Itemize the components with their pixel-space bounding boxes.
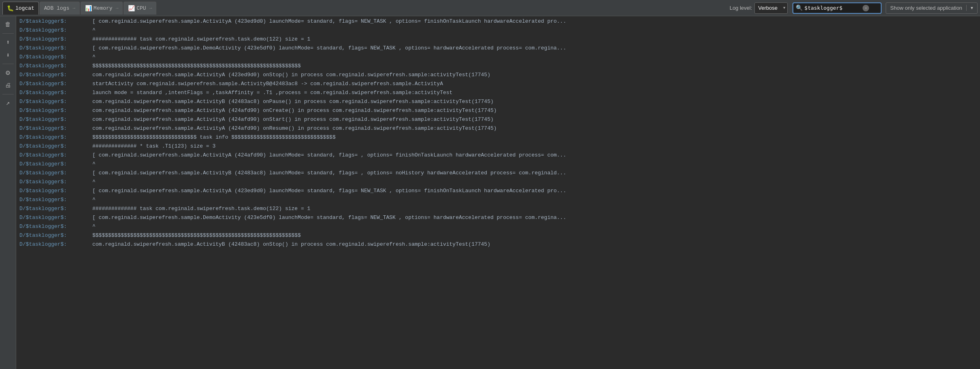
tab-adb-logs-label: ADB logs xyxy=(44,5,69,11)
tab-adb-logs[interactable]: ADB logs → xyxy=(40,2,80,15)
search-input[interactable] xyxy=(804,5,861,11)
log-line: D/$tasklogger$: [ com.reginald.swiperefr… xyxy=(16,151,980,160)
log-line: D/$tasklogger$: ^ xyxy=(16,195,980,204)
log-line: D/$tasklogger$: $$$$$$$$$$$$$$$$$$$$$$$$… xyxy=(16,231,980,240)
log-msg: $$$$$$$$$$$$$$$$$$$$$$$$$$$$$$$$$$$$$$$$… xyxy=(92,231,301,240)
cpu-icon: 📈 xyxy=(128,5,135,12)
log-tag: D/$tasklogger$: xyxy=(19,115,92,124)
log-msg: ############## * task .T1(123) size = 3 xyxy=(92,142,215,151)
log-tag: D/$tasklogger$: xyxy=(19,124,92,133)
log-line: D/$tasklogger$: [ com.reginald.swiperefr… xyxy=(16,213,980,222)
log-line: D/$tasklogger$: launch mode = standard ,… xyxy=(16,88,980,97)
show-only-dropdown-arrow[interactable]: ▼ xyxy=(967,6,977,10)
clear-search-icon[interactable]: ✕ xyxy=(863,5,869,11)
show-only-label: Show only selected application xyxy=(886,5,967,11)
tab-cpu-arrow: → xyxy=(149,6,152,11)
log-level-area: Log level: Verbose Debug Info Warn Error… xyxy=(730,2,788,14)
log-line: D/$tasklogger$: $$$$$$$$$$$$$$$$$$$$$$$$… xyxy=(16,133,980,142)
log-msg: com.reginald.swiperefresh.sample.Activit… xyxy=(92,124,497,133)
log-msg: ^ xyxy=(92,53,96,62)
log-tag: D/$tasklogger$: xyxy=(19,88,92,97)
memory-icon: 📊 xyxy=(85,5,92,12)
log-tag: D/$tasklogger$: xyxy=(19,160,92,169)
log-msg: launch mode = standard ,intentFlags = ,t… xyxy=(92,88,452,97)
sidebar-export-button[interactable]: ↗ xyxy=(2,97,15,109)
search-box: 🔍 ✕ xyxy=(793,2,882,14)
log-line: D/$tasklogger$: com.reginald.swiperefres… xyxy=(16,124,980,133)
tab-logcat[interactable]: 🐛 logcat xyxy=(2,2,39,15)
log-level-select-wrapper: Verbose Debug Info Warn Error Assert xyxy=(754,2,788,14)
log-content[interactable]: D/$tasklogger$: [ com.reginald.swiperefr… xyxy=(16,16,980,369)
log-msg: $$$$$$$$$$$$$$$$$$$$$$$$$$$$$$$$$$$$$$$$… xyxy=(92,62,301,71)
log-level-label: Log level: xyxy=(730,5,752,11)
log-line: D/$tasklogger$: startActivity com.regina… xyxy=(16,79,980,88)
log-tag: D/$tasklogger$: xyxy=(19,231,92,240)
log-line: D/$tasklogger$: $$$$$$$$$$$$$$$$$$$$$$$$… xyxy=(16,62,980,71)
log-tag: D/$tasklogger$: xyxy=(19,133,92,142)
log-tag: D/$tasklogger$: xyxy=(19,44,92,53)
log-tag: D/$tasklogger$: xyxy=(19,106,92,115)
log-line: D/$tasklogger$: com.reginald.swiperefres… xyxy=(16,71,980,79)
log-tag: D/$tasklogger$: xyxy=(19,213,92,222)
log-line: D/$tasklogger$: com.reginald.swiperefres… xyxy=(16,106,980,115)
log-line: D/$tasklogger$: ^ xyxy=(16,160,980,169)
log-tag: D/$tasklogger$: xyxy=(19,17,92,26)
log-line: D/$tasklogger$: [ com.reginald.swiperefr… xyxy=(16,44,980,53)
log-line: D/$tasklogger$: [ com.reginald.swiperefr… xyxy=(16,187,980,195)
log-tag: D/$tasklogger$: xyxy=(19,151,92,160)
log-msg: [ com.reginald.swiperefresh.sample.Activ… xyxy=(92,187,566,195)
tab-memory-label: Memory xyxy=(94,5,113,11)
log-line: D/$tasklogger$: com.reginald.swiperefres… xyxy=(16,115,980,124)
log-tag: D/$tasklogger$: xyxy=(19,53,92,62)
log-msg: ^ xyxy=(92,26,96,35)
log-msg: ^ xyxy=(92,222,96,231)
log-tag: D/$tasklogger$: xyxy=(19,71,92,79)
sidebar-clear-button[interactable]: 🗑 xyxy=(2,19,15,31)
tab-cpu[interactable]: 📈 CPU → xyxy=(124,2,156,15)
logcat-icon: 🐛 xyxy=(7,5,14,12)
search-icon: 🔍 xyxy=(796,4,803,11)
log-msg: ############## task com.reginald.swipere… xyxy=(92,35,310,44)
log-tag: D/$tasklogger$: xyxy=(19,195,92,204)
tab-cpu-label: CPU xyxy=(136,5,146,11)
log-tag: D/$tasklogger$: xyxy=(19,142,92,151)
log-line: D/$tasklogger$: [ com.reginald.swiperefr… xyxy=(16,17,980,26)
log-msg: startActivity com.reginald.swiperefresh.… xyxy=(92,79,443,88)
log-tag: D/$tasklogger$: xyxy=(19,97,92,106)
log-msg: [ com.reginald.swiperefresh.sample.DemoA… xyxy=(92,44,566,53)
log-msg: com.reginald.swiperefresh.sample.Activit… xyxy=(92,71,490,79)
tab-memory-arrow: → xyxy=(116,6,119,11)
log-msg: ############## task com.reginald.swipere… xyxy=(92,204,310,213)
log-tag: D/$tasklogger$: xyxy=(19,187,92,195)
log-line: D/$tasklogger$: ^ xyxy=(16,26,980,35)
log-line: D/$tasklogger$: [ com.reginald.swiperefr… xyxy=(16,169,980,178)
sidebar-format-button[interactable]: ⚙ xyxy=(2,67,15,79)
log-msg: ^ xyxy=(92,195,96,204)
log-tag: D/$tasklogger$: xyxy=(19,79,92,88)
log-msg: [ com.reginald.swiperefresh.sample.Activ… xyxy=(92,17,566,26)
sidebar-divider-2 xyxy=(2,64,14,64)
log-tag: D/$tasklogger$: xyxy=(19,222,92,231)
log-line: D/$tasklogger$: ^ xyxy=(16,178,980,187)
tab-memory[interactable]: 📊 Memory → xyxy=(81,2,123,15)
log-line: D/$tasklogger$: ############## task com.… xyxy=(16,35,980,44)
log-tag: D/$tasklogger$: xyxy=(19,204,92,213)
sidebar-scroll-bottom-button[interactable]: ⬇ xyxy=(2,49,15,61)
log-msg: com.reginald.swiperefresh.sample.Activit… xyxy=(92,240,490,249)
log-tag: D/$tasklogger$: xyxy=(19,35,92,44)
log-tag: D/$tasklogger$: xyxy=(19,62,92,71)
show-only-button[interactable]: Show only selected application ▼ xyxy=(886,2,978,14)
log-tag: D/$tasklogger$: xyxy=(19,178,92,187)
sidebar-print-button[interactable]: 🖨 xyxy=(2,79,15,92)
tab-adb-logs-arrow: → xyxy=(72,6,75,11)
log-msg: [ com.reginald.swiperefresh.sample.Activ… xyxy=(92,169,566,178)
sidebar-scroll-top-button[interactable]: ⬆ xyxy=(2,36,15,48)
log-line: D/$tasklogger$: ############## * task .T… xyxy=(16,142,980,151)
log-line: D/$tasklogger$: com.reginald.swiperefres… xyxy=(16,97,980,106)
log-msg: $$$$$$$$$$$$$$$$$$$$$$$$$$$$$$$$$ task i… xyxy=(92,133,336,142)
log-level-select[interactable]: Verbose Debug Info Warn Error Assert xyxy=(754,2,788,14)
log-tag: D/$tasklogger$: xyxy=(19,169,92,178)
log-line: D/$tasklogger$: ^ xyxy=(16,53,980,62)
sidebar-divider-1 xyxy=(2,33,14,34)
sidebar: 🗑 ⬆ ⬇ ⚙ 🖨 ↗ xyxy=(0,16,16,369)
